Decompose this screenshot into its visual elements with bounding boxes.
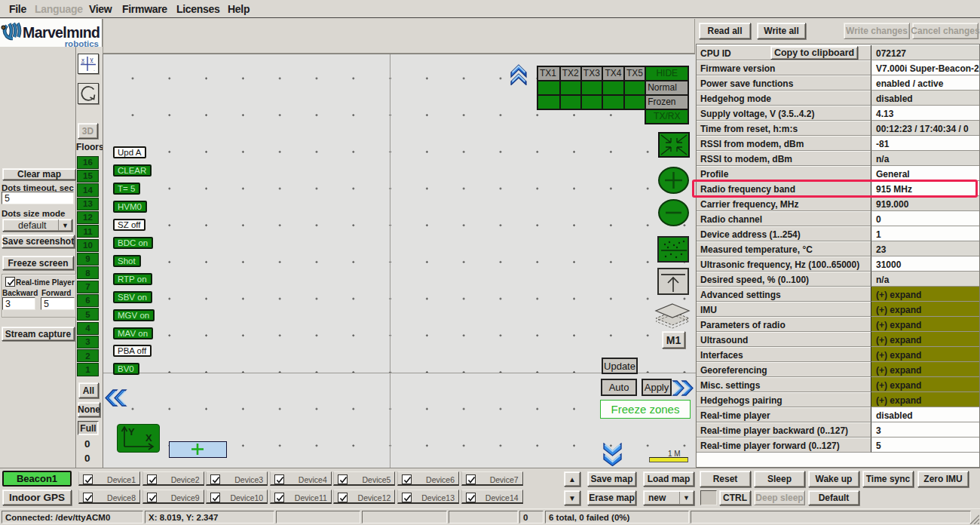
svg-text:.: .	[93, 66, 95, 72]
svg-text:x: x	[81, 57, 84, 63]
svg-text:Y: Y	[128, 426, 135, 438]
svg-text:y: y	[90, 56, 93, 63]
svg-text:X: X	[145, 432, 152, 444]
